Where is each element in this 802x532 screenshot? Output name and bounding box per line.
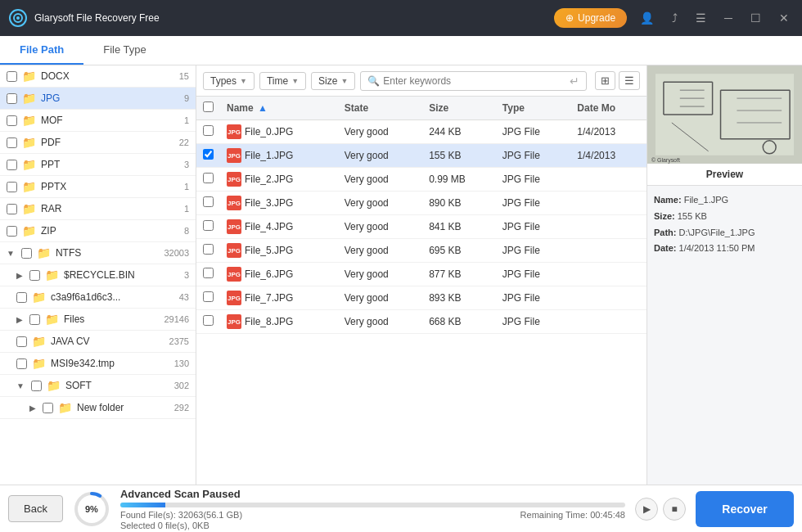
sidebar-item-pdf[interactable]: 📁 PDF 22 [0, 132, 196, 154]
sidebar-checkbox-pdf[interactable] [7, 138, 17, 148]
sidebar-item-rar[interactable]: 📁 RAR 1 [0, 198, 196, 220]
sidebar-item-ntfs[interactable]: ▼ 📁 NTFS 32003 [0, 242, 196, 264]
expand-arrow-new-folder[interactable]: ▶ [29, 404, 36, 413]
minimize-button[interactable]: ─ [719, 10, 737, 26]
sidebar-checkbox-rar[interactable] [7, 204, 17, 214]
sidebar-checkbox-msi[interactable] [16, 358, 27, 369]
title-left: Glarysoft File Recovery Free [8, 8, 160, 28]
row-checkbox-cell[interactable] [196, 239, 220, 263]
row-checkbox[interactable] [203, 315, 214, 326]
list-view-button[interactable]: ☰ [619, 71, 640, 90]
col-state[interactable]: State [338, 97, 422, 120]
tab-bar: File Path File Type [0, 36, 802, 65]
table-row[interactable]: JPG File_0.JPG Very good 244 KB JPG File… [196, 120, 647, 144]
jpg-file-icon: JPG [227, 267, 241, 282]
col-type[interactable]: Type [496, 97, 571, 120]
sidebar-item-java-cv[interactable]: 📁 JAVA CV 2375 [0, 331, 196, 353]
select-all-checkbox[interactable] [203, 101, 214, 112]
grid-view-button[interactable]: ⊞ [595, 71, 615, 90]
sidebar-item-pptx[interactable]: 📁 PPTX 1 [0, 176, 196, 198]
row-checkbox-cell[interactable] [196, 144, 220, 168]
row-checkbox[interactable] [203, 173, 214, 183]
table-row[interactable]: JPG File_6.JPG Very good 877 KB JPG File [196, 263, 647, 286]
file-panel: Types ▼ Time ▼ Size ▼ 🔍 ↵ ⊞ [196, 65, 647, 485]
tab-file-path[interactable]: File Path [0, 36, 83, 65]
row-checkbox-cell[interactable] [196, 263, 220, 286]
row-checkbox-cell[interactable] [196, 215, 220, 239]
col-size[interactable]: Size [422, 97, 496, 120]
maximize-button[interactable]: ☐ [746, 10, 766, 26]
tab-file-type[interactable]: File Type [83, 36, 166, 65]
expand-arrow-recycle[interactable]: ▶ [16, 271, 23, 280]
share-icon[interactable]: ⤴ [667, 10, 683, 26]
size-filter-button[interactable]: Size ▼ [311, 72, 355, 90]
sidebar-item-msi[interactable]: 📁 MSI9e342.tmp 130 [0, 353, 196, 375]
row-checkbox-cell[interactable] [196, 120, 220, 144]
sidebar-item-files[interactable]: ▶ 📁 Files 29146 [0, 309, 196, 331]
sidebar-checkbox-docx[interactable] [7, 71, 17, 82]
table-row[interactable]: JPG File_3.JPG Very good 890 KB JPG File [196, 192, 647, 215]
row-checkbox-cell[interactable] [196, 310, 220, 334]
expand-arrow-files[interactable]: ▶ [16, 315, 23, 324]
sidebar-checkbox-jpg[interactable] [7, 93, 17, 104]
menu-icon[interactable]: ☰ [691, 10, 711, 26]
expand-arrow-soft[interactable]: ▼ [16, 381, 25, 390]
row-checkbox[interactable] [203, 196, 214, 207]
row-checkbox[interactable] [203, 220, 214, 231]
row-checkbox[interactable] [203, 291, 214, 302]
sidebar-checkbox-new-folder[interactable] [43, 403, 53, 413]
folder-icon: 📁 [22, 92, 36, 105]
sidebar-checkbox-ppt[interactable] [7, 160, 17, 170]
col-name[interactable]: Name ▲ [220, 97, 338, 120]
table-row[interactable]: JPG File_5.JPG Very good 695 KB JPG File [196, 239, 647, 263]
row-checkbox-cell[interactable] [196, 286, 220, 310]
sidebar-item-recycle-bin[interactable]: ▶ 📁 $RECYCLE.BIN 3 [0, 264, 196, 286]
sidebar-checkbox-pptx[interactable] [7, 182, 17, 192]
table-row[interactable]: JPG File_2.JPG Very good 0.99 MB JPG Fil… [196, 168, 647, 192]
table-row[interactable]: JPG File_8.JPG Very good 668 KB JPG File [196, 310, 647, 334]
sidebar-checkbox-mof[interactable] [7, 115, 17, 126]
folder-icon: 📁 [22, 224, 36, 237]
sidebar-item-hash[interactable]: 📁 c3a9f6a1d6c3... 43 [0, 286, 196, 309]
sidebar-item-ppt[interactable]: 📁 PPT 3 [0, 154, 196, 176]
sidebar-checkbox-zip[interactable] [7, 226, 17, 237]
col-date[interactable]: Date Mo [570, 97, 647, 120]
scan-progress-fill [120, 503, 166, 507]
sidebar-checkbox-soft[interactable] [31, 381, 42, 391]
sidebar-item-zip[interactable]: 📁 ZIP 8 [0, 220, 196, 242]
back-button[interactable]: Back [8, 495, 63, 522]
types-filter-button[interactable]: Types ▼ [203, 72, 255, 90]
sidebar-item-jpg[interactable]: 📁 JPG 9 [0, 88, 196, 110]
time-filter-button[interactable]: Time ▼ [259, 72, 306, 90]
user-icon[interactable]: 👤 [635, 10, 659, 26]
recover-button[interactable]: Recover [696, 491, 794, 527]
table-row[interactable]: JPG File_1.JPG Very good 155 KB JPG File… [196, 144, 647, 168]
sidebar-checkbox-ntfs[interactable] [21, 248, 32, 259]
row-size: 0.99 MB [422, 168, 496, 192]
close-button[interactable]: ✕ [774, 10, 794, 26]
table-row[interactable]: JPG File_4.JPG Very good 841 KB JPG File [196, 215, 647, 239]
row-checkbox[interactable] [203, 268, 214, 278]
sidebar-checkbox-recycle[interactable] [29, 270, 40, 281]
sidebar-item-mof[interactable]: 📁 MOF 1 [0, 110, 196, 132]
row-checkbox[interactable] [203, 149, 214, 160]
row-checkbox-cell[interactable] [196, 192, 220, 215]
play-button[interactable]: ▶ [635, 498, 658, 521]
sidebar-item-docx[interactable]: 📁 DOCX 15 [0, 65, 196, 88]
table-row[interactable]: JPG File_7.JPG Very good 893 KB JPG File [196, 286, 647, 310]
row-checkbox[interactable] [203, 125, 214, 136]
sidebar-checkbox-hash[interactable] [16, 292, 27, 303]
upgrade-button[interactable]: ⊕ Upgrade [554, 8, 627, 28]
svg-point-2 [16, 16, 20, 20]
sidebar-item-soft[interactable]: ▼ 📁 SOFT 302 [0, 375, 196, 397]
remaining-time-text: Remaining Time: 00:45:48 [520, 510, 625, 520]
sidebar-checkbox-files[interactable] [29, 314, 40, 325]
expand-arrow-ntfs[interactable]: ▼ [7, 249, 15, 258]
row-checkbox-cell[interactable] [196, 168, 220, 192]
stop-button[interactable]: ■ [663, 498, 686, 521]
row-date [570, 192, 647, 215]
row-checkbox[interactable] [203, 244, 214, 255]
sidebar-checkbox-java-cv[interactable] [16, 336, 27, 347]
sidebar-item-new-folder[interactable]: ▶ 📁 New folder 292 [0, 397, 196, 419]
search-input[interactable] [383, 75, 566, 87]
